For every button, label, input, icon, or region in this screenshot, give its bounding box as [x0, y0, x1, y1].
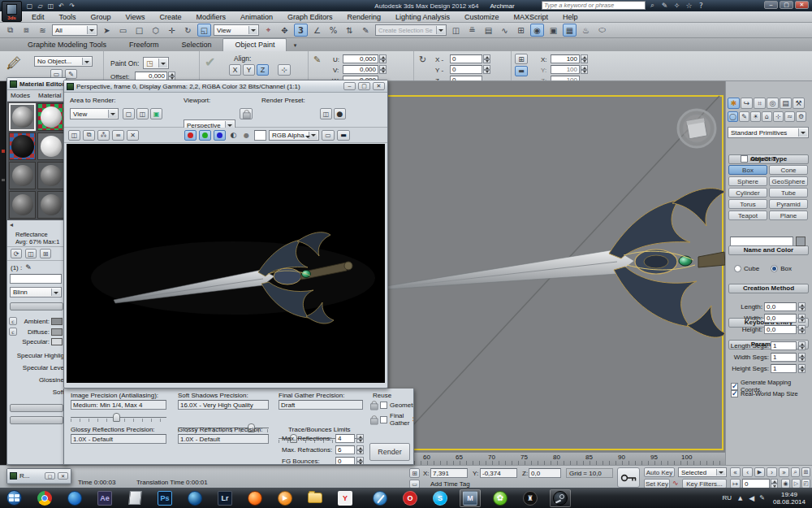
align-x-button[interactable]: X	[229, 64, 241, 76]
primitive-cylinder-button[interactable]: Cylinder	[728, 188, 767, 198]
notes-icon[interactable]	[124, 489, 145, 507]
geometry-lock-icon[interactable]	[370, 401, 377, 409]
primitive-box-button[interactable]: Box	[728, 165, 767, 175]
paint-object-dropdown[interactable]: No Object...	[34, 56, 93, 67]
material-slot-2[interactable]	[37, 103, 64, 131]
tab-utilities-icon[interactable]: ⚒	[793, 98, 805, 109]
geometry-checkbox[interactable]	[380, 402, 387, 409]
media-player-blue-icon[interactable]	[64, 489, 85, 507]
photoshop-icon[interactable]: Ps	[154, 489, 175, 507]
shader-params-rollout[interactable]	[10, 302, 63, 310]
menu-views[interactable]: Views	[119, 11, 153, 22]
restore-window-button[interactable]: ▢	[45, 472, 55, 480]
menu-customize[interactable]: Customize	[457, 11, 507, 22]
layer-manager-icon[interactable]: ▤	[482, 24, 495, 37]
icq-icon[interactable]: ✿	[490, 489, 511, 507]
rect-selection-region-icon[interactable]: □	[132, 24, 146, 37]
opera-icon[interactable]: O	[400, 489, 421, 507]
go-to-start-button[interactable]: «	[730, 467, 741, 477]
align-y-button[interactable]: Y	[243, 64, 255, 76]
spinner-snap-icon[interactable]: ⇅	[343, 24, 356, 37]
channel-display-dropdown[interactable]: RGB Alpha	[269, 130, 319, 141]
material-slot-8[interactable]	[37, 191, 64, 219]
rot-z-field[interactable]: 0	[450, 76, 482, 81]
mirror-icon[interactable]: ◫	[449, 24, 463, 37]
red-channel-icon[interactable]	[184, 130, 197, 141]
fg-clear-icon[interactable]: ✖	[412, 415, 414, 423]
primitive-geosphere-button[interactable]: GeoSphere	[769, 176, 808, 186]
start-button[interactable]	[0, 489, 28, 507]
tab-hierarchy-icon[interactable]: ⌗	[754, 98, 766, 109]
tab-modify-icon[interactable]: ↪	[741, 98, 753, 109]
schematic-view-icon[interactable]: ⊞	[514, 24, 528, 37]
object-color-swatch[interactable]	[796, 237, 806, 246]
mat-assign-icon[interactable]: ◫	[25, 249, 37, 258]
tray-pen-icon[interactable]: ✎	[759, 494, 765, 501]
height-segs-spinner[interactable]	[798, 364, 806, 373]
width-segs-spinner[interactable]	[798, 353, 806, 362]
u-field[interactable]: 0,000	[343, 54, 378, 63]
width-segs-field[interactable]: 1	[771, 353, 797, 362]
rot-x-field[interactable]: 0	[450, 54, 482, 63]
menu-graph-editors[interactable]: Graph Editors	[280, 11, 340, 22]
render-maximize-button[interactable]: ▢	[358, 82, 370, 90]
toggle-ui-icon[interactable]: ▬	[337, 130, 350, 141]
menu-lighting-analysis[interactable]: Lighting Analysis	[388, 11, 457, 22]
rendered-frame-window-icon[interactable]: ▦	[563, 24, 577, 37]
apply-check-icon[interactable]: ✔	[205, 54, 215, 70]
material-slot-3[interactable]	[9, 132, 36, 160]
object-name-field[interactable]	[730, 237, 793, 246]
rendered-frame-window[interactable]: Perspective, frame 0, Display Gamma: 2,2…	[63, 80, 388, 389]
search-icon[interactable]: ⌕	[647, 1, 658, 10]
max-reflections-field[interactable]: 4	[335, 434, 355, 443]
bind-spacewarp-icon[interactable]: ≋	[36, 24, 50, 37]
material-menu-modes[interactable]: Modes	[11, 92, 30, 99]
scale-y-field[interactable]: 100	[551, 65, 580, 74]
unlink-icon[interactable]: ⧈	[19, 24, 33, 37]
render-frame-titlebar[interactable]: Perspective, frame 0, Display Gamma: 2,2…	[64, 80, 387, 93]
coord-y-field[interactable]: -0,374	[480, 468, 517, 478]
fg-bounces-spinner[interactable]	[356, 457, 364, 465]
mat-show-map-icon[interactable]: ⊞	[40, 249, 51, 258]
select-by-name-icon[interactable]: ▭	[116, 24, 130, 37]
diffuse-lock-icon[interactable]: c	[9, 328, 17, 336]
tab-create-icon[interactable]: ✱	[728, 98, 740, 109]
search-input[interactable]	[542, 1, 646, 10]
transform-type-in-icon[interactable]: ⊞	[409, 468, 420, 478]
primitive-category-dropdown[interactable]: Standard Primitives	[728, 127, 809, 138]
redo-icon[interactable]: ↷	[67, 2, 77, 10]
firefox-icon[interactable]	[244, 489, 266, 507]
auto-key-button[interactable]: Auto Key	[644, 467, 675, 477]
uv-edit-icon[interactable]: ✎	[313, 54, 321, 65]
v-field[interactable]: 0,000	[343, 65, 378, 74]
width-spinner[interactable]	[798, 314, 806, 323]
tray-expand-icon[interactable]: ▲	[738, 495, 742, 501]
zoom-icon[interactable]: ⌕	[791, 467, 800, 477]
skype-icon[interactable]: S	[430, 489, 451, 507]
fg-lock-icon[interactable]	[370, 415, 377, 423]
render-setup-small-icon[interactable]: ▣	[150, 108, 162, 119]
creation-method-rollout[interactable]: Creation Method	[728, 284, 809, 293]
next-frame-button[interactable]: ›	[767, 467, 777, 477]
edit-named-sets-icon[interactable]: ✎	[359, 24, 373, 37]
tab-motion-icon[interactable]: ◎	[767, 98, 779, 109]
menu-create[interactable]: Create	[152, 11, 188, 22]
media-player-orange-icon[interactable]: ▶	[274, 489, 296, 507]
render-button[interactable]: Render	[369, 443, 410, 461]
open-file-icon[interactable]: ▱	[35, 2, 45, 10]
height-field[interactable]: 0,0	[764, 325, 797, 334]
copy-image-icon[interactable]: ⧉	[83, 130, 95, 141]
close-button[interactable]: ✕	[795, 1, 809, 9]
length-segs-field[interactable]: 1	[771, 341, 797, 350]
tab-selection[interactable]: Selection	[170, 39, 222, 51]
slot-scroll-left-icon[interactable]: ◂	[7, 220, 66, 229]
app-logo[interactable]: 3ds	[2, 1, 22, 22]
u-spinner[interactable]	[379, 54, 387, 63]
lightroom-icon[interactable]: Lr	[214, 489, 235, 507]
steam-icon[interactable]	[550, 489, 571, 507]
print-image-icon[interactable]: ≡	[112, 130, 124, 141]
creation-box-radio[interactable]	[771, 265, 778, 272]
specular-swatch[interactable]	[51, 338, 63, 345]
render-minimize-button[interactable]: –	[343, 82, 356, 90]
height-segs-field[interactable]: 1	[771, 364, 797, 373]
